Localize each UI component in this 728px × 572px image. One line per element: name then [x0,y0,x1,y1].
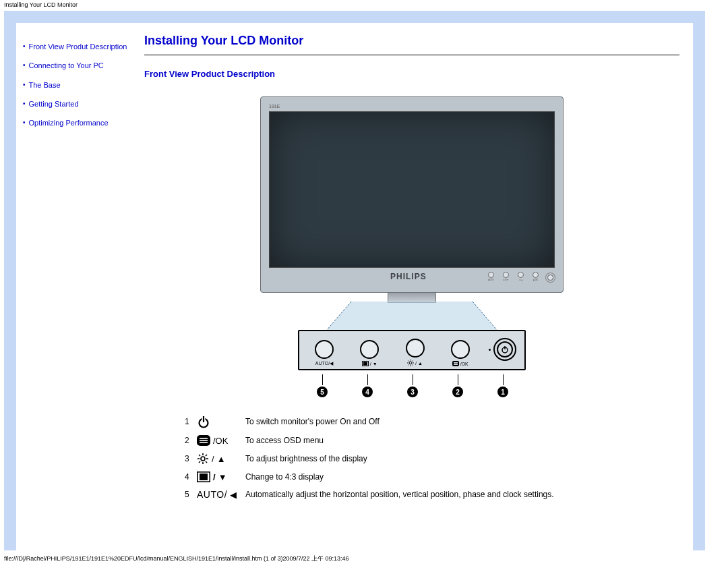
svg-line-35 [206,455,207,456]
legend-row-5: 5 AUTO/ ◀ Automatically adjust the horiz… [185,489,679,500]
bezel-buttons-row: AUTO 4:3/▼ ☼/▲ ■/OK [488,272,553,281]
bullet-icon: • [23,42,26,51]
svg-line-10 [408,361,409,362]
monitor-illustration: 191E PHILIPS AUTO 4:3/▼ ☼/▲ ■/OK [260,96,564,303]
bezel-button-power [547,273,553,281]
sidebar: • Front View Produt Description • Connec… [16,23,138,550]
svg-line-12 [408,365,409,366]
aspect-down-icon: / ▼ [197,471,245,482]
legend-number: 3 [185,454,197,463]
panel-button-auto: AUTO/◀ [307,340,341,366]
auto-left-icon: AUTO/ ◀ [197,489,245,500]
panel-button-aspect: / ▼ [353,340,386,366]
main-content: Installing Your LCD Monitor Front View P… [138,23,693,550]
bezel-button-auto: AUTO [488,272,494,281]
callout-row: 5 4 3 2 1 [307,374,516,397]
svg-line-32 [199,455,200,456]
svg-line-34 [199,461,200,463]
content-frame: • Front View Produt Description • Connec… [4,11,705,550]
power-icon [501,345,509,353]
menu-icon [452,361,459,366]
divider [144,55,679,55]
window-title: Installing Your LCD Monitor [0,0,728,9]
bezel-button-menu: ■/OK [533,272,539,281]
legend-table: 1 To switch monitor's power On and Off 2… [185,415,679,500]
power-led-icon [489,349,491,351]
svg-point-5 [409,362,412,364]
sidebar-item-the-base[interactable]: • The Base [23,80,133,90]
svg-rect-4 [363,362,367,366]
product-figure: 191E PHILIPS AUTO 4:3/▼ ☼/▲ ■/OK [144,96,679,397]
sidebar-link[interactable]: Optimizing Performance [29,118,109,127]
legend-text: To access OSD menu [245,436,324,445]
legend-text: To switch monitor's power On and Off [245,417,380,426]
legend-number: 1 [185,417,197,426]
svg-point-27 [201,457,205,461]
legend-text: Change to 4:3 display [245,472,324,482]
monitor-screen [269,111,555,268]
legend-number: 2 [185,436,197,445]
callout-1: 1 [497,374,508,397]
legend-number: 5 [185,490,197,499]
sidebar-link[interactable]: The Base [29,80,61,90]
bullet-icon: • [23,61,26,70]
legend-row-1: 1 To switch monitor's power On and Off [185,415,679,428]
brightness-up-icon: / ▲ [197,453,245,465]
panel-button-brightness: / ▲ [398,339,432,366]
svg-line-33 [206,461,207,463]
power-icon [197,415,245,428]
legend-row-2: 2 /OK To access OSD menu [185,435,679,446]
legend-text: To adjust brightness of the display [245,454,367,463]
sidebar-link[interactable]: Getting Started [29,99,79,109]
legend-row-3: 3 / ▲ To adjust brightness of the displa… [185,453,679,465]
panel-button-menu: /OK [444,340,477,366]
brand-logo: PHILIPS [390,272,427,281]
sidebar-link[interactable]: Front View Produt Description [29,42,127,51]
brightness-icon [407,360,414,366]
legend-text: Automatically adjust the horizontal posi… [245,490,554,499]
monitor-bezel: 191E PHILIPS AUTO 4:3/▼ ☼/▲ ■/OK [260,96,564,293]
model-label: 191E [269,104,555,111]
callout-3: 3 [407,374,418,397]
sidebar-item-optimizing[interactable]: • Optimizing Performance [23,118,133,127]
bullet-icon: • [23,80,26,90]
sidebar-item-front-view[interactable]: • Front View Produt Description [23,42,133,51]
menu-ok-icon: /OK [197,435,245,446]
bullet-icon: • [23,118,26,127]
svg-line-11 [413,365,413,366]
callout-2: 2 [452,374,463,397]
bezel-button-brightness: ☼/▲ [518,272,524,281]
callout-4: 4 [362,374,373,397]
bezel-button-aspect: 4:3/▼ [503,272,509,281]
aspect-icon [362,361,369,366]
callout-5: 5 [317,374,328,397]
footer-path: file:///D|/Rachel/PHILIPS/191E1/191E1%20… [0,550,728,567]
page-title: Installing Your LCD Monitor [144,34,679,48]
svg-rect-37 [200,474,208,480]
sidebar-item-connecting[interactable]: • Connecting to Your PC [23,61,133,70]
legend-number: 4 [185,472,197,482]
section-title: Front View Product Description [144,69,679,79]
sidebar-item-getting-started[interactable]: • Getting Started [23,99,133,109]
bezel-bottom-bar: PHILIPS AUTO 4:3/▼ ☼/▲ ■/OK [269,268,555,281]
bullet-icon: • [23,99,26,109]
panel-button-power [489,338,516,361]
sidebar-link[interactable]: Connecting to Your PC [29,61,104,70]
button-panel-closeup: AUTO/◀ / ▼ / ▲ [298,330,526,370]
svg-line-13 [413,361,413,362]
legend-row-4: 4 / ▼ Change to 4:3 display [185,471,679,482]
